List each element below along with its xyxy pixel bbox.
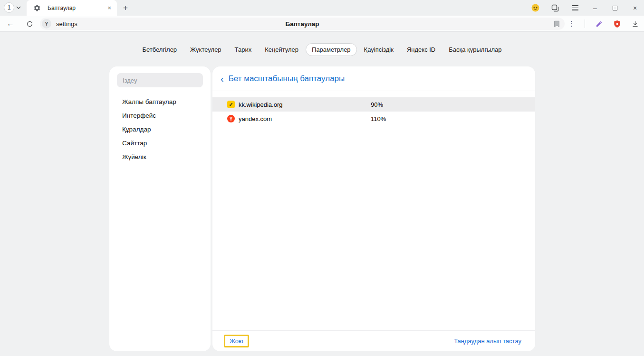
sidebar-list: Жалпы баптаулар Интерфейс Құралдар Сайтт… <box>109 95 211 164</box>
page-title[interactable]: Бет масштабының баптаулары <box>229 74 345 84</box>
tab-group-control[interactable]: 1 <box>4 2 21 13</box>
search-input[interactable] <box>117 73 203 87</box>
settings-sidebar: Жалпы баптаулар Интерфейс Құралдар Сайтт… <box>109 66 211 351</box>
window-close-button[interactable]: × <box>631 4 639 12</box>
site-badge-icon[interactable]: Y <box>42 19 51 28</box>
deselect-all-link[interactable]: Таңдаудан алып тастау <box>454 337 521 345</box>
checkbox-checked-icon[interactable]: ✓ <box>227 101 235 108</box>
delete-button[interactable]: Жою <box>224 335 249 347</box>
zoom-value: 110% <box>371 115 386 122</box>
smiley-rewards-icon[interactable] <box>531 4 539 12</box>
sidebar-item-sites[interactable]: Сайттар <box>109 136 211 150</box>
table-row[interactable]: ✓ kk.wikipedia.org 90% <box>212 97 535 112</box>
address-bar-divider <box>585 19 585 28</box>
zoom-site-list: ✓ kk.wikipedia.org 90% Y yandex.com 110% <box>212 91 535 330</box>
settings-nav-tabs: Бетбелгілер Жүктеулер Тарих Кеңейтулер П… <box>0 43 644 56</box>
address-bar: ← Y settings Баптаулар ⋮ <box>0 16 644 32</box>
window-maximize-button[interactable] <box>611 4 619 12</box>
nav-tab-extensions[interactable]: Кеңейтулер <box>259 43 305 56</box>
reload-button[interactable] <box>23 16 36 32</box>
editor-pen-icon[interactable] <box>595 19 603 28</box>
tab-count-badge[interactable]: 1 <box>4 2 14 13</box>
new-tab-button[interactable]: + <box>120 0 131 16</box>
sidebar-item-system[interactable]: Жүйелік <box>109 150 211 164</box>
nav-tab-yandex-id[interactable]: Яндекс ID <box>401 43 442 56</box>
nav-tab-history[interactable]: Тарих <box>229 43 258 56</box>
nav-tab-security[interactable]: Қауіпсіздік <box>358 43 400 56</box>
site-name: yandex.com <box>239 115 371 122</box>
yandex-favicon-icon[interactable]: Y <box>227 115 235 122</box>
back-button[interactable]: ← <box>4 16 17 32</box>
browser-tab-bar: 1 Баптаулар × + – × <box>0 0 644 16</box>
tab-title: Баптаулар <box>48 5 106 11</box>
gear-icon <box>33 4 42 12</box>
nav-tab-other-devices[interactable]: Басқа құрылғылар <box>442 43 508 56</box>
address-menu-dots-icon[interactable]: ⋮ <box>568 19 575 28</box>
window-minimize-button[interactable]: – <box>591 4 599 12</box>
panel-footer: Жою Таңдаудан алып тастау <box>212 330 535 351</box>
sidebar-item-interface[interactable]: Интерфейс <box>109 109 211 122</box>
back-chevron-icon[interactable]: ‹ <box>221 74 224 84</box>
table-row[interactable]: Y yandex.com 110% <box>212 112 535 126</box>
zoom-value: 90% <box>371 101 383 108</box>
tab-panel-icon[interactable] <box>551 4 559 12</box>
nav-tab-downloads[interactable]: Жүктеулер <box>184 43 228 56</box>
site-name: kk.wikipedia.org <box>239 101 371 108</box>
tab-close-icon[interactable]: × <box>106 4 112 11</box>
nav-tab-bookmarks[interactable]: Бетбелгілер <box>136 43 183 56</box>
menu-hamburger-icon[interactable] <box>571 4 579 12</box>
zoom-settings-panel: ‹ Бет масштабының баптаулары ✓ kk.wikipe… <box>212 66 535 351</box>
bookmark-icon[interactable] <box>554 20 560 28</box>
sidebar-item-tools[interactable]: Құралдар <box>109 122 211 136</box>
url-field[interactable]: Y settings Баптаулар <box>40 18 565 30</box>
address-page-title: Баптаулар <box>285 20 319 28</box>
browser-tab-settings[interactable]: Баптаулар × <box>27 0 117 16</box>
url-text[interactable]: settings <box>56 20 77 28</box>
panel-header: ‹ Бет масштабының баптаулары <box>212 66 535 91</box>
chevron-down-icon[interactable] <box>16 6 21 9</box>
sidebar-item-general[interactable]: Жалпы баптаулар <box>109 95 211 109</box>
downloads-icon[interactable] <box>631 19 639 28</box>
nav-tab-settings[interactable]: Параметрлер <box>306 43 357 56</box>
protect-shield-icon[interactable] <box>613 19 621 28</box>
